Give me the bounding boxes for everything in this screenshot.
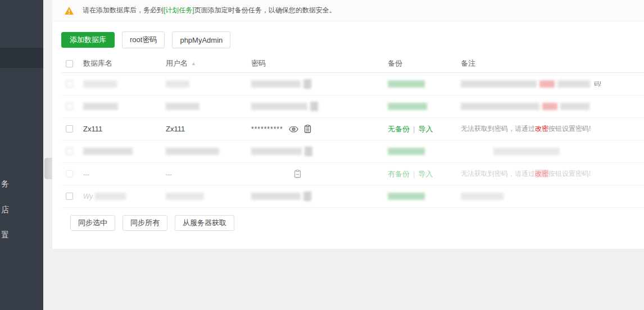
sidebar-item-partial-2[interactable]: 店 bbox=[1, 204, 9, 215]
redacted-db-name bbox=[83, 148, 133, 155]
sidebar-active-item[interactable] bbox=[0, 48, 43, 68]
row-checkbox[interactable] bbox=[66, 148, 73, 155]
import-link[interactable]: 导入 bbox=[418, 124, 433, 134]
redacted-password bbox=[251, 80, 301, 88]
warning-triangle-icon bbox=[64, 6, 74, 15]
link-separator: | bbox=[413, 125, 415, 133]
header-backup: 备份 bbox=[388, 58, 402, 69]
db-name-cell: --- bbox=[83, 171, 89, 177]
redacted-backup-links bbox=[388, 148, 425, 155]
sidebar-item-partial-1[interactable]: 务 bbox=[1, 179, 9, 189]
content-card: 请在添加数据库后，务必到[计划任务]页面添加定时备份任务，以确保您的数据安全。 … bbox=[52, 0, 644, 249]
header-password: 密码 bbox=[251, 58, 266, 69]
db-name-hint: Wy bbox=[83, 193, 93, 200]
row-checkbox[interactable] bbox=[66, 193, 73, 200]
note-change-password-action: 改密 bbox=[535, 125, 548, 133]
table-row-redacted-3 bbox=[61, 140, 644, 163]
redacted-username bbox=[166, 148, 219, 155]
table-row-faded: --- --- 有备份 | 导入 无法获取到密码，请通过改密按钮设置密码! bbox=[61, 163, 644, 185]
has-backup-link[interactable]: 有备份 bbox=[388, 169, 410, 179]
note-prefix: 无法获取到密码，请通过 bbox=[461, 125, 535, 133]
fetch-from-server-button[interactable]: 从服务器获取 bbox=[175, 215, 234, 231]
redacted-note-red bbox=[542, 103, 557, 110]
root-password-button[interactable]: root密码 bbox=[122, 31, 165, 48]
database-table: 数据库名 用户名 ▲ 密码 备份 备注 码! bbox=[61, 54, 644, 231]
sidebar: 务 店 置 bbox=[0, 0, 43, 310]
redacted-backup-links bbox=[388, 80, 425, 88]
note-prefix: 无法获取到密码，请通过 bbox=[461, 170, 535, 177]
redacted-backup-links bbox=[388, 103, 427, 110]
alert-text: 请在添加数据库后，务必到[计划任务]页面添加定时备份任务，以确保您的数据安全。 bbox=[83, 6, 336, 15]
sync-all-button[interactable]: 同步所有 bbox=[123, 215, 167, 231]
row-checkbox[interactable] bbox=[66, 125, 73, 133]
sort-asc-icon: ▲ bbox=[191, 61, 196, 66]
sync-selected-button[interactable]: 同步选中 bbox=[70, 215, 115, 231]
row-checkbox[interactable] bbox=[66, 170, 73, 177]
redacted-username bbox=[166, 103, 199, 110]
note-suffix: 按钮设置密码! bbox=[548, 170, 591, 177]
redacted-copy-icon bbox=[303, 192, 311, 201]
redacted-backup-links bbox=[388, 193, 425, 200]
phpmyadmin-button[interactable]: phpMyAdmin bbox=[172, 31, 230, 48]
alert-text-suffix: 页面添加定时备份任务，以确保您的数据安全。 bbox=[194, 6, 336, 14]
import-link[interactable]: 导入 bbox=[418, 169, 433, 179]
redacted-note bbox=[461, 80, 537, 88]
redacted-username bbox=[166, 80, 189, 88]
alert-text-prefix: 请在添加数据库后，务必到 bbox=[83, 6, 164, 14]
no-backup-link[interactable]: 无备份 bbox=[388, 124, 410, 134]
toolbar: 添加数据库 root密码 phpMyAdmin bbox=[52, 21, 644, 54]
redacted-db-name bbox=[95, 193, 126, 200]
redacted-copy-icon bbox=[303, 79, 311, 89]
row-checkbox[interactable] bbox=[66, 80, 73, 88]
redacted-note bbox=[461, 103, 539, 110]
select-all-checkbox[interactable] bbox=[66, 60, 73, 67]
scheduled-tasks-link[interactable]: [计划任务] bbox=[164, 6, 194, 14]
warning-alert: 请在添加数据库后，务必到[计划任务]页面添加定时备份任务，以确保您的数据安全。 bbox=[52, 0, 644, 21]
redacted-note-red bbox=[539, 80, 555, 88]
redacted-password bbox=[251, 193, 301, 200]
redacted-copy-icon bbox=[310, 102, 318, 111]
note-tail-artifact: 码! bbox=[594, 80, 601, 88]
link-separator: | bbox=[413, 170, 415, 178]
username-cell: --- bbox=[166, 171, 172, 177]
sidebar-collapse-handle[interactable] bbox=[44, 158, 52, 179]
sidebar-item-partial-3[interactable]: 置 bbox=[1, 230, 9, 240]
table-footer: 同步选中 同步所有 从服务器获取 bbox=[70, 215, 644, 231]
note-cell: 无法获取到密码，请通过改密按钮设置密码! bbox=[461, 124, 591, 134]
note-cell: 无法获取到密码，请通过改密按钮设置密码! bbox=[461, 169, 591, 179]
copy-password-clipboard-icon[interactable] bbox=[304, 125, 311, 133]
table-row-redacted-1: 码! bbox=[61, 73, 644, 95]
username-cell: Zx111 bbox=[166, 125, 185, 133]
redacted-password bbox=[251, 148, 302, 155]
redacted-note bbox=[560, 103, 589, 110]
redacted-copy-icon bbox=[305, 147, 312, 156]
header-note: 备注 bbox=[461, 58, 475, 69]
table-row-redacted-4: Wy bbox=[61, 185, 644, 208]
redacted-password bbox=[251, 103, 307, 110]
password-mask: ********** bbox=[251, 125, 283, 133]
db-name-cell: Zx111 bbox=[83, 125, 102, 133]
redacted-note bbox=[461, 193, 504, 200]
note-suffix: 按钮设置密码! bbox=[548, 125, 591, 133]
table-header-row: 数据库名 用户名 ▲ 密码 备份 备注 bbox=[61, 54, 644, 73]
note-change-password-action: 改密 bbox=[535, 170, 548, 177]
row-checkbox[interactable] bbox=[66, 103, 73, 110]
table-row-redacted-2 bbox=[61, 95, 644, 118]
redacted-note bbox=[557, 80, 590, 88]
redacted-username bbox=[166, 193, 204, 200]
header-db-name: 数据库名 bbox=[83, 58, 112, 69]
header-username: 用户名 bbox=[166, 58, 188, 69]
show-password-eye-icon[interactable] bbox=[289, 126, 298, 133]
redacted-note bbox=[493, 148, 560, 155]
redacted-db-name bbox=[83, 80, 117, 88]
table-row-zx111: Zx111 Zx111 ********** bbox=[61, 118, 644, 140]
copy-password-clipboard-icon[interactable] bbox=[294, 170, 301, 178]
header-username-sortable[interactable]: 用户名 ▲ bbox=[166, 58, 251, 69]
redacted-db-name bbox=[83, 103, 118, 110]
add-database-button[interactable]: 添加数据库 bbox=[61, 32, 115, 48]
